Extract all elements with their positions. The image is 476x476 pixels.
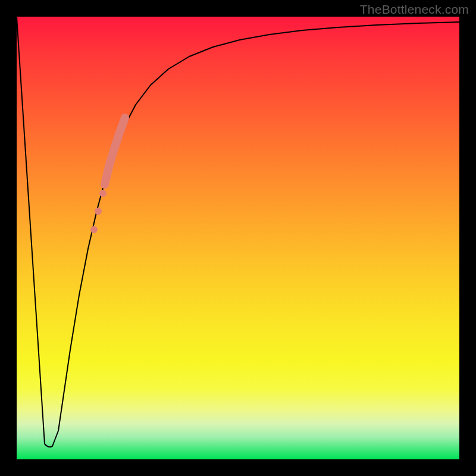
plot-area	[17, 17, 459, 459]
chart-frame: TheBottleneck.com	[0, 0, 476, 476]
curve-svg	[17, 17, 459, 459]
bottleneck-curve	[17, 17, 459, 447]
highlight-dot	[90, 226, 98, 233]
watermark-text: TheBottleneck.com	[360, 2, 469, 17]
highlight-dot	[99, 190, 107, 197]
highlight-dot	[95, 208, 102, 215]
highlight-band	[105, 118, 125, 184]
